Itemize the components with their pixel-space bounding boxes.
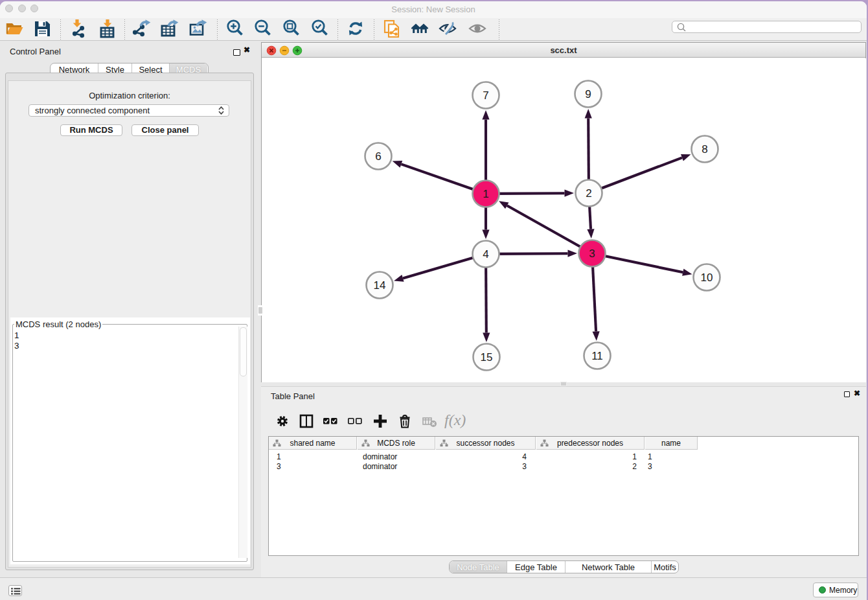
svg-text:8: 8: [702, 143, 707, 156]
svg-text:7: 7: [483, 89, 488, 102]
svg-text:4: 4: [483, 248, 488, 260]
svg-text:3: 3: [589, 248, 595, 260]
svg-text:9: 9: [585, 88, 591, 100]
svg-text:6: 6: [375, 150, 381, 163]
svg-text:11: 11: [591, 350, 603, 362]
svg-text:15: 15: [481, 351, 493, 363]
svg-text:14: 14: [374, 279, 386, 292]
svg-text:10: 10: [701, 271, 713, 284]
svg-text:1: 1: [483, 188, 488, 200]
svg-text:2: 2: [586, 187, 591, 200]
